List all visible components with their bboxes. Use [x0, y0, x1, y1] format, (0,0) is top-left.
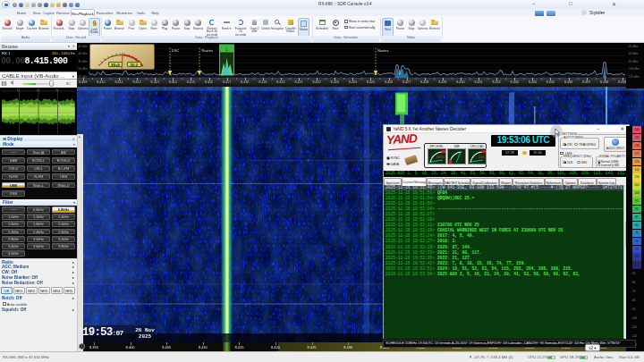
svg-text:1: 1: [225, 46, 228, 51]
svg-text:Navtex: Navtex: [202, 47, 213, 52]
svg-text:2k: 2k: [37, 88, 40, 91]
svg-text:1k: 1k: [17, 88, 21, 91]
svg-text:3k: 3k: [55, 88, 59, 91]
svg-text:DSC: DSC: [172, 47, 180, 52]
svg-text:Navtex: Navtex: [377, 47, 388, 52]
